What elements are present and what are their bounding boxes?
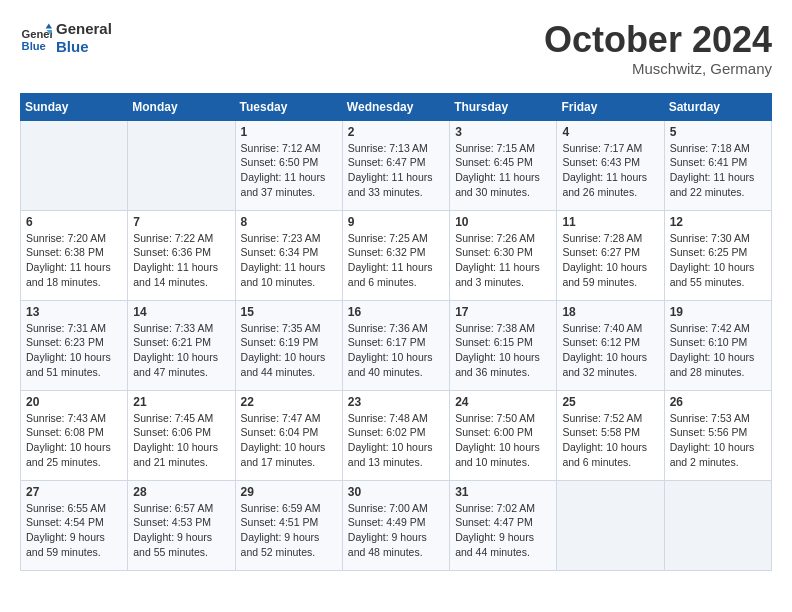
day-detail: Sunrise: 7:52 AMSunset: 5:58 PMDaylight:…: [562, 411, 658, 470]
day-number: 21: [133, 395, 229, 409]
title-area: October 2024 Muschwitz, Germany: [544, 20, 772, 77]
calendar-cell: 8Sunrise: 7:23 AMSunset: 6:34 PMDaylight…: [235, 210, 342, 300]
location: Muschwitz, Germany: [544, 60, 772, 77]
calendar-cell: 30Sunrise: 7:00 AMSunset: 4:49 PMDayligh…: [342, 480, 449, 570]
weekday-header-wednesday: Wednesday: [342, 93, 449, 120]
svg-text:Blue: Blue: [22, 40, 46, 52]
calendar-cell: 12Sunrise: 7:30 AMSunset: 6:25 PMDayligh…: [664, 210, 771, 300]
day-detail: Sunrise: 7:47 AMSunset: 6:04 PMDaylight:…: [241, 411, 337, 470]
weekday-header-thursday: Thursday: [450, 93, 557, 120]
day-number: 5: [670, 125, 766, 139]
weekday-header-tuesday: Tuesday: [235, 93, 342, 120]
day-number: 4: [562, 125, 658, 139]
weekday-header-row: SundayMondayTuesdayWednesdayThursdayFrid…: [21, 93, 772, 120]
day-number: 30: [348, 485, 444, 499]
calendar-cell: 16Sunrise: 7:36 AMSunset: 6:17 PMDayligh…: [342, 300, 449, 390]
day-detail: Sunrise: 7:30 AMSunset: 6:25 PMDaylight:…: [670, 231, 766, 290]
calendar-cell: 3Sunrise: 7:15 AMSunset: 6:45 PMDaylight…: [450, 120, 557, 210]
weekday-header-saturday: Saturday: [664, 93, 771, 120]
month-title: October 2024: [544, 20, 772, 60]
day-detail: Sunrise: 7:26 AMSunset: 6:30 PMDaylight:…: [455, 231, 551, 290]
day-detail: Sunrise: 7:43 AMSunset: 6:08 PMDaylight:…: [26, 411, 122, 470]
day-detail: Sunrise: 7:20 AMSunset: 6:38 PMDaylight:…: [26, 231, 122, 290]
day-detail: Sunrise: 7:13 AMSunset: 6:47 PMDaylight:…: [348, 141, 444, 200]
day-detail: Sunrise: 7:00 AMSunset: 4:49 PMDaylight:…: [348, 501, 444, 560]
calendar-cell: 4Sunrise: 7:17 AMSunset: 6:43 PMDaylight…: [557, 120, 664, 210]
day-detail: Sunrise: 7:12 AMSunset: 6:50 PMDaylight:…: [241, 141, 337, 200]
day-detail: Sunrise: 7:17 AMSunset: 6:43 PMDaylight:…: [562, 141, 658, 200]
calendar-week-row: 13Sunrise: 7:31 AMSunset: 6:23 PMDayligh…: [21, 300, 772, 390]
day-detail: Sunrise: 7:18 AMSunset: 6:41 PMDaylight:…: [670, 141, 766, 200]
calendar-cell: 23Sunrise: 7:48 AMSunset: 6:02 PMDayligh…: [342, 390, 449, 480]
calendar-table: SundayMondayTuesdayWednesdayThursdayFrid…: [20, 93, 772, 571]
day-detail: Sunrise: 7:22 AMSunset: 6:36 PMDaylight:…: [133, 231, 229, 290]
calendar-cell: 5Sunrise: 7:18 AMSunset: 6:41 PMDaylight…: [664, 120, 771, 210]
calendar-cell: 21Sunrise: 7:45 AMSunset: 6:06 PMDayligh…: [128, 390, 235, 480]
calendar-cell: 2Sunrise: 7:13 AMSunset: 6:47 PMDaylight…: [342, 120, 449, 210]
calendar-cell: 18Sunrise: 7:40 AMSunset: 6:12 PMDayligh…: [557, 300, 664, 390]
day-detail: Sunrise: 7:36 AMSunset: 6:17 PMDaylight:…: [348, 321, 444, 380]
calendar-cell: 17Sunrise: 7:38 AMSunset: 6:15 PMDayligh…: [450, 300, 557, 390]
calendar-cell: 20Sunrise: 7:43 AMSunset: 6:08 PMDayligh…: [21, 390, 128, 480]
weekday-header-friday: Friday: [557, 93, 664, 120]
calendar-cell: 10Sunrise: 7:26 AMSunset: 6:30 PMDayligh…: [450, 210, 557, 300]
day-detail: Sunrise: 7:33 AMSunset: 6:21 PMDaylight:…: [133, 321, 229, 380]
day-detail: Sunrise: 7:15 AMSunset: 6:45 PMDaylight:…: [455, 141, 551, 200]
calendar-cell: [664, 480, 771, 570]
calendar-week-row: 6Sunrise: 7:20 AMSunset: 6:38 PMDaylight…: [21, 210, 772, 300]
day-number: 25: [562, 395, 658, 409]
day-number: 28: [133, 485, 229, 499]
calendar-cell: 27Sunrise: 6:55 AMSunset: 4:54 PMDayligh…: [21, 480, 128, 570]
calendar-week-row: 27Sunrise: 6:55 AMSunset: 4:54 PMDayligh…: [21, 480, 772, 570]
day-number: 18: [562, 305, 658, 319]
day-detail: Sunrise: 7:40 AMSunset: 6:12 PMDaylight:…: [562, 321, 658, 380]
day-number: 17: [455, 305, 551, 319]
day-detail: Sunrise: 6:57 AMSunset: 4:53 PMDaylight:…: [133, 501, 229, 560]
calendar-cell: 7Sunrise: 7:22 AMSunset: 6:36 PMDaylight…: [128, 210, 235, 300]
day-detail: Sunrise: 7:25 AMSunset: 6:32 PMDaylight:…: [348, 231, 444, 290]
day-detail: Sunrise: 7:45 AMSunset: 6:06 PMDaylight:…: [133, 411, 229, 470]
day-number: 2: [348, 125, 444, 139]
svg-marker-2: [46, 24, 52, 29]
svg-text:General: General: [22, 28, 52, 40]
calendar-cell: 28Sunrise: 6:57 AMSunset: 4:53 PMDayligh…: [128, 480, 235, 570]
calendar-cell: 26Sunrise: 7:53 AMSunset: 5:56 PMDayligh…: [664, 390, 771, 480]
day-number: 1: [241, 125, 337, 139]
weekday-header-monday: Monday: [128, 93, 235, 120]
calendar-cell: 19Sunrise: 7:42 AMSunset: 6:10 PMDayligh…: [664, 300, 771, 390]
day-detail: Sunrise: 7:35 AMSunset: 6:19 PMDaylight:…: [241, 321, 337, 380]
calendar-cell: [557, 480, 664, 570]
calendar-cell: 13Sunrise: 7:31 AMSunset: 6:23 PMDayligh…: [21, 300, 128, 390]
day-number: 23: [348, 395, 444, 409]
day-number: 3: [455, 125, 551, 139]
day-number: 24: [455, 395, 551, 409]
calendar-cell: 14Sunrise: 7:33 AMSunset: 6:21 PMDayligh…: [128, 300, 235, 390]
day-number: 26: [670, 395, 766, 409]
day-detail: Sunrise: 7:50 AMSunset: 6:00 PMDaylight:…: [455, 411, 551, 470]
logo-icon: General Blue: [20, 22, 52, 54]
day-number: 16: [348, 305, 444, 319]
calendar-cell: [21, 120, 128, 210]
day-number: 11: [562, 215, 658, 229]
day-number: 29: [241, 485, 337, 499]
day-number: 22: [241, 395, 337, 409]
day-number: 10: [455, 215, 551, 229]
day-detail: Sunrise: 7:23 AMSunset: 6:34 PMDaylight:…: [241, 231, 337, 290]
calendar-cell: 25Sunrise: 7:52 AMSunset: 5:58 PMDayligh…: [557, 390, 664, 480]
calendar-cell: 29Sunrise: 6:59 AMSunset: 4:51 PMDayligh…: [235, 480, 342, 570]
logo: General Blue General Blue: [20, 20, 112, 56]
calendar-cell: 24Sunrise: 7:50 AMSunset: 6:00 PMDayligh…: [450, 390, 557, 480]
day-detail: Sunrise: 7:48 AMSunset: 6:02 PMDaylight:…: [348, 411, 444, 470]
day-detail: Sunrise: 6:59 AMSunset: 4:51 PMDaylight:…: [241, 501, 337, 560]
day-number: 19: [670, 305, 766, 319]
calendar-cell: [128, 120, 235, 210]
day-number: 8: [241, 215, 337, 229]
page-header: General Blue General Blue October 2024 M…: [20, 20, 772, 77]
day-detail: Sunrise: 6:55 AMSunset: 4:54 PMDaylight:…: [26, 501, 122, 560]
day-detail: Sunrise: 7:28 AMSunset: 6:27 PMDaylight:…: [562, 231, 658, 290]
day-number: 27: [26, 485, 122, 499]
day-detail: Sunrise: 7:42 AMSunset: 6:10 PMDaylight:…: [670, 321, 766, 380]
day-detail: Sunrise: 7:53 AMSunset: 5:56 PMDaylight:…: [670, 411, 766, 470]
calendar-cell: 22Sunrise: 7:47 AMSunset: 6:04 PMDayligh…: [235, 390, 342, 480]
calendar-cell: 31Sunrise: 7:02 AMSunset: 4:47 PMDayligh…: [450, 480, 557, 570]
